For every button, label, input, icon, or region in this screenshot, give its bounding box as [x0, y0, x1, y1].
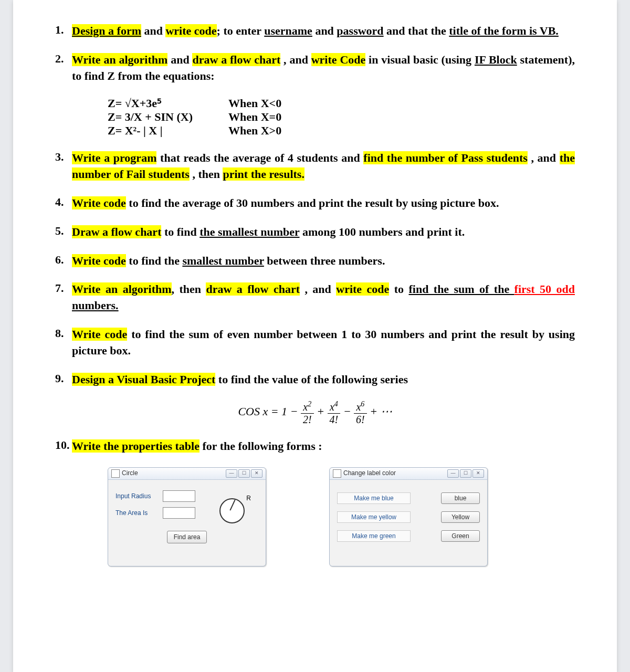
minimize-icon[interactable]: — — [447, 469, 459, 478]
q1-body: Design a form and write code; to enter u… — [72, 23, 559, 39]
q1-hl-1: Design a form — [72, 24, 141, 37]
equations-block: Z= √X+3e⁵When X<0 Z= 3/X + SIN (X)When X… — [108, 97, 575, 138]
vb-form-color: Change label color — ☐ ✕ Make me blue bl… — [329, 467, 488, 566]
app-icon — [111, 469, 120, 478]
input-radius-label: Input Radius — [116, 492, 163, 500]
app-icon — [333, 469, 341, 478]
form2-titlebar: Change label color — ☐ ✕ — [330, 468, 487, 480]
find-area-button[interactable]: Find area — [167, 531, 207, 543]
form2-body: Make me blue blue Make me yellow Yellow … — [330, 480, 487, 566]
cos-series-formula: COS x = 1 − x22! + x44! − x66! + ⋯ — [55, 400, 575, 426]
document-page: 1. Design a form and write code; to ente… — [13, 0, 617, 672]
q2-body: Write an algorithm and draw a flow chart… — [72, 52, 575, 85]
maximize-icon[interactable]: ☐ — [460, 469, 471, 478]
question-1: 1. Design a form and write code; to ente… — [55, 23, 575, 39]
form1-titlebar: Circle — ☐ ✕ — [108, 468, 266, 480]
close-icon[interactable]: ✕ — [472, 469, 484, 478]
radius-letter: R — [246, 495, 251, 502]
question-9: 9. Design a Visual Basic Project to find… — [55, 372, 575, 388]
question-7: 7. Write an algorithm, then draw a flow … — [55, 281, 575, 314]
area-label: The Area Is — [116, 509, 163, 517]
question-4: 4. Write code to find the average of 30 … — [55, 195, 575, 212]
question-5: 5. Draw a flow chart to find the smalles… — [55, 224, 575, 240]
q1-hl-2: write code — [165, 24, 216, 37]
label-green: Make me green — [337, 530, 411, 542]
label-blue: Make me blue — [337, 492, 411, 504]
forms-screenshot-row: Circle — ☐ ✕ Input Radius The Area Is R — [108, 467, 575, 566]
minimize-icon[interactable]: — — [226, 469, 237, 478]
green-button[interactable]: Green — [441, 530, 480, 542]
circle-icon — [219, 498, 245, 523]
yellow-button[interactable]: Yellow — [441, 511, 480, 523]
maximize-icon[interactable]: ☐ — [238, 469, 250, 478]
vb-form-circle: Circle — ☐ ✕ Input Radius The Area Is R — [108, 467, 266, 566]
form1-body: Input Radius The Area Is R Find area — [108, 480, 266, 566]
form1-title: Circle — [122, 469, 138, 477]
question-8: 8. Write code to find the sum of even nu… — [55, 327, 575, 359]
q1-number: 1. — [55, 23, 72, 37]
question-6: 6. Write code to find the smallest numbe… — [55, 253, 575, 269]
question-2: 2. Write an algorithm and draw a flow ch… — [55, 52, 575, 85]
label-yellow: Make me yellow — [337, 511, 411, 523]
question-3: 3. Write a program that reads the averag… — [55, 150, 575, 183]
area-output[interactable] — [163, 507, 195, 519]
form2-title: Change label color — [343, 469, 396, 477]
question-10: 10. Write the properties table for the f… — [55, 438, 575, 455]
radius-input[interactable] — [163, 490, 195, 502]
blue-button[interactable]: blue — [441, 492, 480, 504]
q2-number: 2. — [55, 52, 72, 66]
close-icon[interactable]: ✕ — [251, 469, 262, 478]
